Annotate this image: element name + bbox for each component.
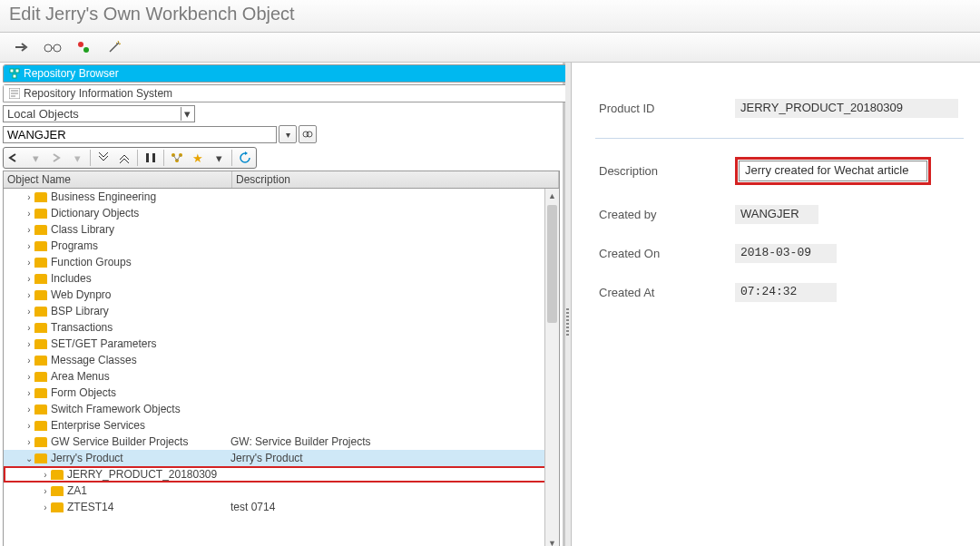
tree-item[interactable]: ›Includes [4,270,559,287]
main-toolbar [0,33,980,63]
tree-item-label: Form Objects [51,386,116,399]
where-used-button[interactable] [167,149,187,167]
tree-item[interactable]: ›Message Classes [4,352,559,368]
expand-icon[interactable]: › [40,486,51,496]
tree-item[interactable]: ›Enterprise Services [4,417,559,434]
expand-icon[interactable]: › [24,258,34,268]
expand-icon[interactable]: › [24,437,34,447]
splitter-handle[interactable] [565,63,572,546]
tree-item-label: Business Engineering [51,190,156,203]
info-tree-icon [9,88,20,99]
tree-item-label: SET/GET Parameters [51,337,156,350]
tree-item[interactable]: ›Class Library [4,221,559,238]
tree-item[interactable]: ›JERRY_PRODUCT_20180309 [4,466,559,483]
scope-value: Local Objects [7,107,79,121]
refresh-button[interactable] [235,149,255,167]
expand-icon[interactable]: › [24,339,34,349]
folder-icon [34,209,47,219]
column-object-name[interactable]: Object Name [4,171,232,188]
window-title: Edit Jerry's Own Workbench Object [0,0,980,33]
tree-item-label: JERRY_PRODUCT_20180309 [67,468,217,481]
dropdown-button[interactable]: ▾ [279,125,297,143]
find-button[interactable] [141,149,161,167]
scroll-down-icon[interactable]: ▼ [545,536,559,546]
highlight-description: Jerry created for Wechat article [735,157,931,185]
activate-icon[interactable] [74,38,93,56]
expand-icon[interactable]: › [24,241,34,251]
tab-repository-browser[interactable]: Repository Browser [4,65,597,82]
expand-icon[interactable]: › [24,290,34,300]
tree-item[interactable]: ›Programs [4,238,559,254]
folder-icon [34,323,47,333]
expand-icon[interactable]: › [40,502,51,512]
tree-item[interactable]: ›Dictionary Objects [4,205,559,221]
scope-dropdown[interactable]: Local Objects ▾ [3,105,195,122]
expand-icon[interactable]: › [24,421,34,431]
tree-toolbar: ▾ ▾ ★ ▾ [3,147,257,169]
field-created-by: WANGJER [735,205,818,224]
expand-icon[interactable]: › [24,225,34,235]
display-button[interactable] [299,125,317,143]
nav-back-button[interactable] [5,149,24,167]
tree-item[interactable]: ›BSP Library [4,303,559,319]
label-description: Description [599,164,735,178]
tree-item[interactable]: ›Form Objects [4,385,559,401]
svg-point-3 [83,47,89,53]
expand-all-button[interactable] [93,149,113,167]
tree-item-label: BSP Library [51,305,109,317]
expand-icon[interactable]: › [24,372,34,382]
tree-item-label: ZA1 [67,484,87,497]
label-created-on: Created On [599,247,735,260]
folder-icon [34,225,47,235]
svg-point-0 [44,44,52,52]
expand-icon[interactable]: › [24,209,34,219]
tree-item[interactable]: ›ZTEST14test 0714 [4,499,559,515]
tree-item[interactable]: ›Area Menus [4,368,559,385]
chevron-down-icon: ▾ [181,107,191,121]
expand-icon[interactable]: › [24,356,34,366]
folder-icon [34,339,47,349]
tree-item[interactable]: ›Web Dynpro [4,287,559,303]
field-description[interactable]: Jerry created for Wechat article [739,161,927,181]
favorite-button[interactable]: ★ [188,149,208,167]
expand-icon[interactable]: › [24,274,34,284]
scroll-up-icon[interactable]: ▲ [545,189,559,203]
expand-icon[interactable]: › [24,405,34,414]
tree-item[interactable]: ›Transactions [4,319,559,336]
object-tree[interactable]: ▲ ▼ ›Business Engineering›Dictionary Obj… [3,189,560,546]
tree-item[interactable]: ›Switch Framework Objects [4,401,559,417]
scroll-thumb[interactable] [547,205,557,323]
nav-forward-history-button[interactable]: ▾ [67,149,87,167]
tree-item[interactable]: ›ZA1 [4,483,559,499]
expand-icon[interactable]: › [24,388,34,398]
tree-item[interactable]: ›GW Service Builder ProjectsGW: Service … [4,434,559,450]
column-description[interactable]: Description [232,171,559,188]
nav-forward-button[interactable] [46,149,66,167]
folder-icon [34,372,47,382]
tab-label: Repository Browser [24,67,119,80]
collapse-all-button[interactable] [114,149,134,167]
collapse-icon[interactable]: ⌄ [24,453,34,463]
tree-item[interactable]: ›Business Engineering [4,189,559,205]
tree-item[interactable]: ›Function Groups [4,254,559,270]
folder-icon [51,470,64,480]
wand-icon[interactable] [105,38,123,56]
expand-icon[interactable]: › [40,470,51,480]
tree-item[interactable]: ⌄Jerry's ProductJerry's Product [4,450,559,466]
expand-icon[interactable]: › [24,192,34,202]
scrollbar[interactable]: ▲ ▼ [544,189,559,546]
execute-icon[interactable] [13,38,31,56]
tab-repository-information-system[interactable]: Repository Information System [4,85,597,102]
label-created-by: Created by [599,208,735,221]
folder-icon [51,502,64,512]
favorite-menu-button[interactable]: ▾ [209,149,229,167]
tree-item[interactable]: ›SET/GET Parameters [4,336,559,352]
nav-back-history-button[interactable]: ▾ [25,149,45,167]
field-created-at: 07:24:32 [735,283,837,302]
svg-rect-6 [13,74,16,78]
glasses-icon[interactable] [44,38,62,56]
user-input[interactable] [3,126,277,143]
svg-rect-4 [10,69,14,73]
expand-icon[interactable]: › [24,307,34,317]
expand-icon[interactable]: › [24,323,34,333]
